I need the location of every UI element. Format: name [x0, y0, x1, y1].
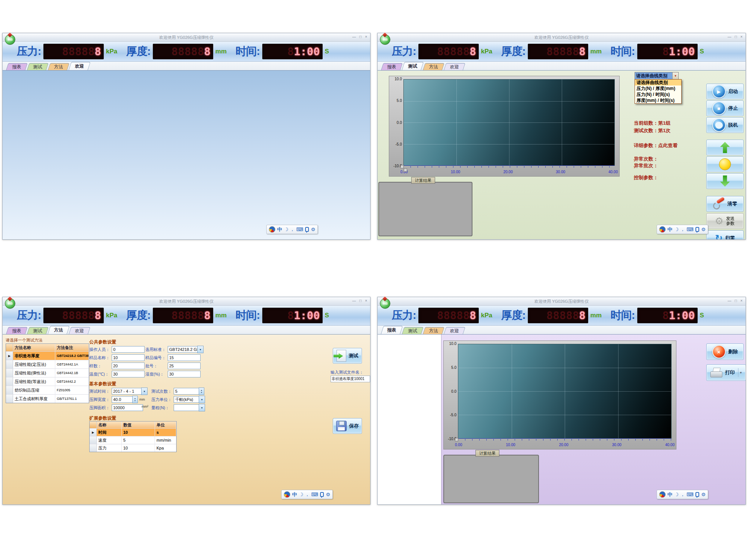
- minimize-button[interactable]: —: [352, 34, 356, 40]
- foot-width-field[interactable]: 40.0: [112, 396, 134, 403]
- tab-test[interactable]: 测试: [27, 63, 49, 70]
- run-test-button[interactable]: 测试: [333, 348, 362, 364]
- batch-field[interactable]: 25: [168, 363, 201, 369]
- curve-type-value[interactable]: 请选择曲线类别: [635, 72, 672, 79]
- ime-microphone-icon[interactable]: [695, 492, 699, 497]
- detail-params-link[interactable]: 详细参数：点此查看: [634, 142, 678, 149]
- ime-chinese-mode-icon[interactable]: 中: [667, 227, 672, 232]
- humidity-field[interactable]: 30: [168, 371, 201, 377]
- ime-halfwidth-icon[interactable]: ☽: [675, 492, 679, 497]
- tab-welcome[interactable]: 欢迎: [69, 327, 90, 334]
- range-dropdown-button[interactable]: ▾: [199, 404, 205, 411]
- print-options-caret[interactable]: ▾: [738, 368, 742, 377]
- curve-type-select[interactable]: 请选择曲线类别 ▾: [635, 72, 679, 80]
- report-list-panel[interactable]: [378, 335, 441, 504]
- curve-option[interactable]: 厚度(mm) / 时间(s): [635, 97, 681, 103]
- maximize-button[interactable]: □: [359, 34, 362, 40]
- ime-logo-icon[interactable]: [659, 226, 666, 233]
- table-row[interactable]: 土工合成材料厚度 GB/T13761.1: [6, 395, 89, 403]
- operator-field[interactable]: 0: [112, 346, 145, 353]
- ime-punctuation-icon[interactable]: ，: [681, 493, 685, 497]
- save-button[interactable]: 保存: [333, 418, 362, 434]
- ime-chinese-mode-icon[interactable]: 中: [292, 492, 297, 497]
- titlebar[interactable]: MB 欢迎使用 YG026G压缩弹性仪 — □ ×: [378, 33, 746, 42]
- minimize-button[interactable]: —: [728, 34, 731, 40]
- sample-no-field[interactable]: 15: [168, 354, 201, 361]
- tab-report[interactable]: 报表: [6, 327, 28, 334]
- tab-report[interactable]: 报表: [381, 326, 403, 334]
- ime-punctuation-icon[interactable]: ，: [291, 228, 294, 231]
- table-row[interactable]: 压缩性能(等速法) GBT24442.2: [6, 377, 89, 386]
- ime-halfwidth-icon[interactable]: ☽: [284, 227, 289, 232]
- clear-zero-button[interactable]: 清零: [706, 196, 744, 212]
- stop-button[interactable]: ■ 停止: [706, 100, 744, 116]
- table-row[interactable]: 压力 10 Kpa: [90, 444, 176, 452]
- table-row[interactable]: ▶ 非织造布厚度 GBT24218.2 GB/T3820: [6, 352, 89, 360]
- ime-logo-icon[interactable]: [269, 226, 275, 233]
- test-date-field[interactable]: 2017 - 4 - 1: [112, 388, 143, 395]
- temperature-field[interactable]: 30: [112, 371, 145, 377]
- table-row[interactable]: ▶ 时间 10 s: [90, 429, 176, 436]
- tab-report[interactable]: 报表: [6, 63, 28, 70]
- ime-keyboard-icon[interactable]: ⌨: [686, 492, 694, 497]
- tab-report[interactable]: 报表: [381, 63, 403, 70]
- pressure-unit-field[interactable]: 千帕(kPa): [174, 396, 201, 403]
- titlebar[interactable]: MB 欢迎使用 YG026G压缩弹性仪 — □ ×: [378, 297, 746, 306]
- close-button[interactable]: ×: [365, 298, 367, 304]
- table-row[interactable]: 压缩性能(定压法) GBT24442.1A: [6, 360, 89, 369]
- tab-test[interactable]: 测试: [402, 62, 424, 70]
- sample-count-field[interactable]: 20: [112, 363, 145, 369]
- ime-chinese-mode-icon[interactable]: 中: [277, 227, 282, 232]
- move-down-button[interactable]: [706, 173, 744, 189]
- ime-punctuation-icon[interactable]: ，: [681, 228, 685, 231]
- offline-button[interactable]: 脱机: [706, 117, 744, 133]
- ime-logo-icon[interactable]: [659, 491, 666, 498]
- tab-welcome[interactable]: 欢迎: [444, 327, 465, 334]
- ime-punctuation-icon[interactable]: ，: [306, 493, 309, 497]
- titlebar[interactable]: MB 欢迎使用 YG026G压缩弹性仪 — □ ×: [3, 297, 370, 306]
- ime-logo-icon[interactable]: [284, 491, 290, 498]
- standard-dropdown-button[interactable]: ▾: [197, 346, 204, 353]
- tab-welcome[interactable]: 欢迎: [444, 63, 465, 70]
- ime-microphone-icon[interactable]: [305, 227, 309, 232]
- curve-option[interactable]: 压力(N) / 时间(s): [635, 91, 681, 97]
- ime-settings-icon[interactable]: ⚙: [701, 227, 706, 232]
- ime-settings-icon[interactable]: ⚙: [311, 227, 316, 232]
- tab-test[interactable]: 测试: [27, 327, 49, 334]
- tab-method[interactable]: 方法: [423, 327, 444, 334]
- pressure-unit-dropdown-button[interactable]: ▾: [199, 396, 205, 403]
- maximize-button[interactable]: □: [735, 298, 737, 304]
- ime-language-bar[interactable]: 中 ☽ ， ⌨ ⚙: [281, 490, 333, 499]
- table-row[interactable]: 纺织制品压缩 FZ01005: [6, 386, 89, 395]
- chevron-down-icon[interactable]: ▾: [672, 72, 678, 79]
- tab-method[interactable]: 方法: [48, 63, 69, 70]
- foot-width-stepper[interactable]: ▲▼: [132, 396, 138, 403]
- close-button[interactable]: ×: [740, 298, 743, 304]
- test-times-stepper[interactable]: ▲▼: [199, 388, 204, 395]
- ime-keyboard-icon[interactable]: ⌨: [686, 227, 694, 232]
- standard-field[interactable]: GBT24218.2 GB: [168, 346, 199, 353]
- ime-halfwidth-icon[interactable]: ☽: [675, 227, 679, 232]
- date-dropdown-button[interactable]: ▾: [141, 388, 148, 395]
- ime-settings-icon[interactable]: ⚙: [701, 492, 706, 497]
- tab-method[interactable]: 方法: [423, 63, 444, 70]
- pause-button[interactable]: [706, 156, 744, 172]
- ime-keyboard-icon[interactable]: ⌨: [311, 492, 318, 497]
- tab-method[interactable]: 方法: [47, 326, 69, 334]
- close-button[interactable]: ×: [365, 34, 367, 40]
- return-zero-button[interactable]: ↻ 归零: [706, 230, 744, 239]
- move-up-button[interactable]: [706, 140, 744, 155]
- maximize-button[interactable]: □: [735, 34, 737, 40]
- ime-microphone-icon[interactable]: [695, 227, 699, 232]
- ime-chinese-mode-icon[interactable]: 中: [667, 492, 672, 497]
- test-times-field[interactable]: 5: [174, 388, 201, 395]
- ime-language-bar[interactable]: 中 ☽ ， ⌨ ⚙: [657, 490, 708, 499]
- file-name-input[interactable]: 非织造布厚度10001: [331, 376, 370, 382]
- tab-test[interactable]: 测试: [402, 327, 424, 334]
- ime-keyboard-icon[interactable]: ⌨: [296, 227, 303, 232]
- ime-settings-icon[interactable]: ⚙: [326, 492, 331, 497]
- minimize-button[interactable]: —: [352, 298, 356, 304]
- start-button[interactable]: ▶ 启动: [706, 84, 744, 99]
- table-row[interactable]: 压缩性能(弹性法) GBT24442.1B: [6, 369, 89, 377]
- minimize-button[interactable]: —: [728, 298, 731, 304]
